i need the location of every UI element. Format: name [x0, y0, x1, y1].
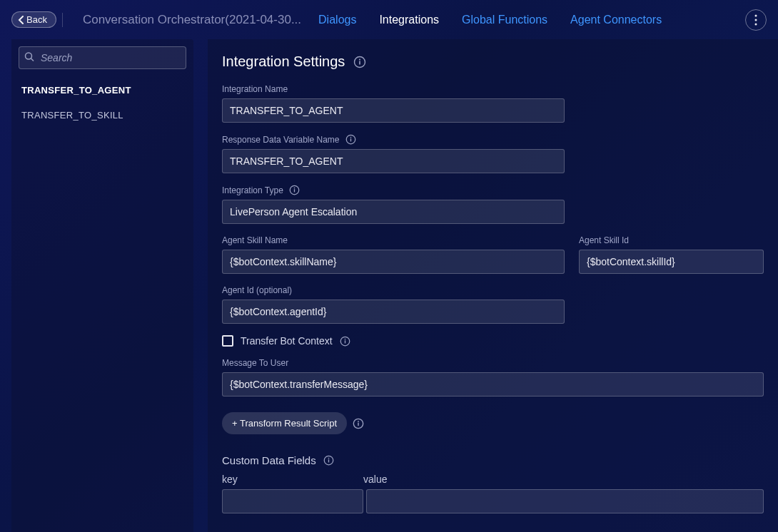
- integration-name-field[interactable]: [222, 98, 565, 123]
- svg-point-18: [358, 421, 359, 422]
- svg-point-1: [755, 19, 757, 21]
- agent-skill-id-field[interactable]: [579, 250, 764, 274]
- sidebar: TRANSFER_TO_AGENT TRANSFER_TO_SKILL: [11, 39, 193, 532]
- integration-name-label: Integration Name: [222, 84, 565, 94]
- agent-skill-name-field[interactable]: [222, 250, 565, 274]
- transfer-context-checkbox[interactable]: [222, 335, 233, 347]
- search-icon: [24, 52, 34, 64]
- sidebar-item-transfer-to-skill[interactable]: TRANSFER_TO_SKILL: [19, 103, 186, 128]
- message-to-user-field[interactable]: [222, 372, 764, 397]
- svg-point-2: [755, 23, 757, 25]
- svg-point-21: [328, 458, 329, 459]
- custom-data-fields-label: Custom Data Fields: [222, 454, 316, 466]
- main-panel: Integration Settings Integration Name Re…: [208, 39, 778, 532]
- agent-id-label: Agent Id (optional): [222, 285, 565, 295]
- info-icon[interactable]: [353, 418, 364, 429]
- svg-line-4: [31, 58, 34, 61]
- svg-rect-16: [344, 340, 345, 343]
- info-icon[interactable]: [345, 134, 356, 145]
- info-icon[interactable]: [340, 336, 350, 347]
- page-title: Integration Settings: [222, 53, 345, 70]
- value-header: value: [363, 474, 387, 485]
- svg-rect-13: [294, 189, 295, 192]
- custom-field-value-input[interactable]: [366, 489, 764, 513]
- tab-agent-connectors[interactable]: Agent Connectors: [570, 14, 662, 26]
- key-header: key: [222, 474, 292, 485]
- sidebar-item-transfer-to-agent[interactable]: TRANSFER_TO_AGENT: [19, 78, 186, 103]
- transfer-context-label: Transfer Bot Context: [241, 335, 333, 347]
- custom-field-key-input[interactable]: [222, 489, 363, 513]
- search-input[interactable]: [19, 46, 186, 69]
- response-var-field[interactable]: [222, 149, 565, 173]
- integration-type-field[interactable]: [222, 200, 565, 224]
- svg-rect-7: [360, 61, 361, 64]
- tab-dialogs[interactable]: Dialogs: [318, 14, 356, 26]
- svg-rect-10: [350, 138, 350, 141]
- svg-point-6: [359, 58, 360, 60]
- info-icon[interactable]: [289, 185, 300, 195]
- svg-rect-19: [358, 422, 358, 425]
- more-vertical-icon: [754, 14, 757, 26]
- tab-global-functions[interactable]: Global Functions: [462, 14, 547, 26]
- nav-tabs: Dialogs Integrations Global Functions Ag…: [318, 14, 662, 26]
- svg-point-0: [755, 14, 757, 16]
- agent-id-field[interactable]: [222, 300, 565, 324]
- tab-integrations[interactable]: Integrations: [379, 14, 439, 26]
- svg-point-3: [26, 53, 32, 59]
- svg-point-15: [344, 338, 345, 339]
- svg-point-9: [350, 137, 351, 138]
- response-var-label: Response Data Variable Name: [222, 135, 340, 145]
- divider: [62, 13, 63, 27]
- info-icon[interactable]: [353, 56, 366, 68]
- back-label: Back: [26, 14, 47, 25]
- message-to-user-label: Message To User: [222, 358, 764, 368]
- agent-skill-name-label: Agent Skill Name: [222, 235, 565, 245]
- transform-result-script-button[interactable]: + Transform Result Script: [222, 412, 347, 434]
- info-icon[interactable]: [323, 455, 334, 466]
- chevron-left-icon: [18, 16, 25, 24]
- more-menu-button[interactable]: [745, 9, 767, 31]
- svg-point-12: [294, 188, 295, 189]
- agent-skill-id-label: Agent Skill Id: [579, 235, 764, 245]
- breadcrumb-title: Conversation Orchestrator(2021-04-30...: [83, 13, 301, 27]
- back-button[interactable]: Back: [11, 11, 56, 28]
- svg-rect-22: [328, 459, 329, 462]
- integration-type-label: Integration Type: [222, 185, 283, 195]
